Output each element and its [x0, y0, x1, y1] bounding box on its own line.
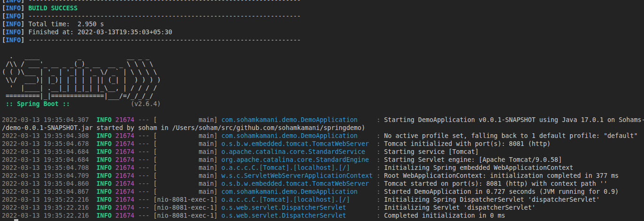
spring-ascii-banner-line: \\/ ___)| |_)| | | | | || (_| | ) ) ) ) [2, 76, 644, 84]
log-line: 2022-03-13 19:35:22.216 INFO 21674 --- [… [2, 212, 644, 220]
terminal-cursor [14, 219, 18, 221]
maven-info-line: [INFO] ---------------------------------… [2, 36, 644, 44]
log-line: 2022-03-13 19:35:04.860 INFO 21674 --- [… [2, 180, 644, 188]
terminal-screen[interactable]: [INFO] ---------------------------------… [2, 0, 644, 220]
log-line: 2022-03-13 19:35:22.216 INFO 21674 --- [… [2, 196, 644, 204]
blank-line [2, 108, 644, 116]
maven-build-success-line: [INFO] BUILD SUCCESS [2, 4, 644, 12]
spring-ascii-banner-line: =========|_|==============|___/=/_/_/_/ [2, 92, 644, 100]
log-line: 2022-03-13 19:35:04.308 INFO 21674 --- [… [2, 132, 644, 140]
spring-boot-caption-line: :: Spring Boot :: (v2.6.4) [2, 100, 644, 108]
spring-ascii-banner-line: /\\ / ___'_ __ _ _(_)_ __ __ _ \ \ \ \ [2, 60, 644, 68]
blank-line [2, 44, 644, 52]
log-wrap-line: /demo-0.0.1-SNAPSHOT.jar started by soha… [2, 124, 644, 132]
log-line: 2022-03-13 19:35:04.867 INFO 21674 --- [… [2, 188, 644, 196]
log-line: 2022-03-13 19:35:22.216 INFO 21674 --- [… [2, 204, 644, 212]
spring-ascii-banner-line: ( ( )\___ | '_ | '_| | '_ \/ _` | \ \ \ … [2, 68, 644, 76]
maven-info-line: [INFO] ---------------------------------… [2, 12, 644, 20]
log-line: 2022-03-13 19:35:04.709 INFO 21674 --- [… [2, 172, 644, 180]
log-line: 2022-03-13 19:35:04.678 INFO 21674 --- [… [2, 140, 644, 148]
maven-info-line: [INFO] Total time: 2.950 s [2, 20, 644, 28]
log-line: 2022-03-13 19:35:04.708 INFO 21674 --- [… [2, 164, 644, 172]
log-line: 2022-03-13 19:35:04.307 INFO 21674 --- [… [2, 116, 644, 124]
terminal-window: { "colors": { "background": "#232323", "… [0, 0, 644, 221]
maven-info-line: [INFO] Finished at: 2022-03-13T19:35:03+… [2, 28, 644, 36]
log-line: 2022-03-13 19:35:04.684 INFO 21674 --- [… [2, 156, 644, 164]
spring-ascii-banner-line: . ____ _ __ _ _ [2, 52, 644, 60]
spring-ascii-banner-line: ' |____| .__|_| |_|_| |_\__, | / / / / [2, 84, 644, 92]
log-line: 2022-03-13 19:35:04.684 INFO 21674 --- [… [2, 148, 644, 156]
maven-info-line: [INFO] ---------------------------------… [2, 0, 644, 4]
